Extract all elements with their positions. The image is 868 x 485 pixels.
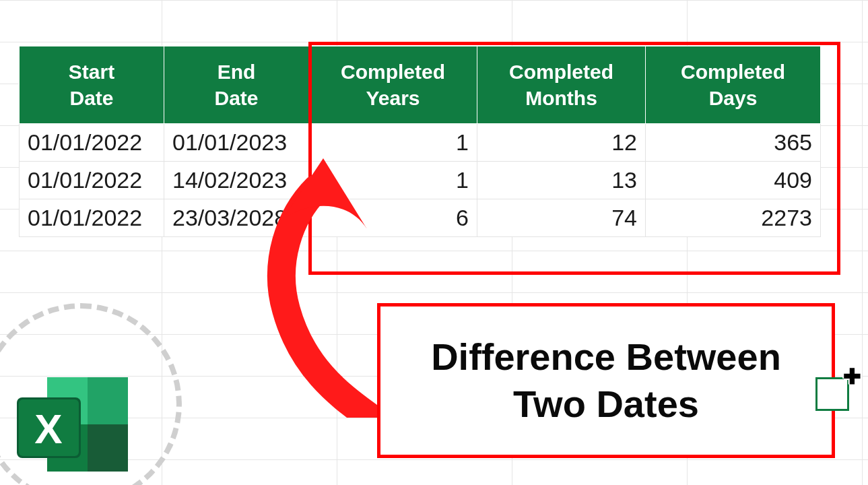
title-line2: Two Dates <box>513 381 699 428</box>
cell-start-date[interactable]: 01/01/2022 <box>20 199 164 237</box>
title-callout: Difference Between Two Dates <box>377 303 835 458</box>
excel-icon: X <box>13 370 135 478</box>
header-end-date[interactable]: EndDate <box>164 46 309 124</box>
title-line1: Difference Between <box>431 333 781 381</box>
excel-logo-badge: X <box>0 303 182 485</box>
cell-start-date[interactable]: 01/01/2022 <box>20 162 164 199</box>
svg-text:X: X <box>34 406 62 452</box>
svg-rect-2 <box>88 377 128 424</box>
cell-start-date[interactable]: 01/01/2022 <box>20 124 164 162</box>
cell-cursor-icon: ✚ <box>843 364 861 389</box>
svg-rect-4 <box>88 424 128 472</box>
header-start-date[interactable]: StartDate <box>20 46 164 124</box>
